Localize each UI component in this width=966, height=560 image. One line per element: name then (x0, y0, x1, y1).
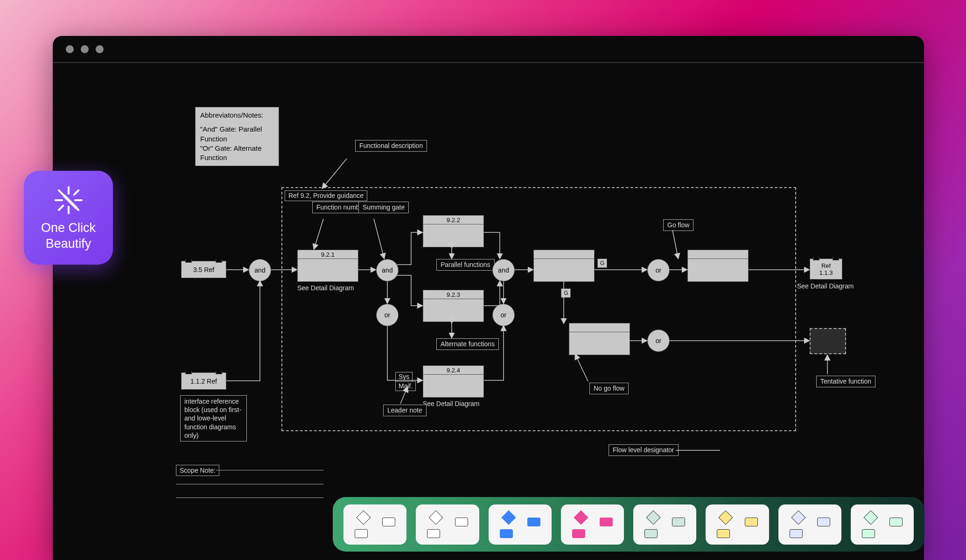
frame-title: Ref 9.2, Provide guidance (285, 190, 367, 201)
block-9-2-3[interactable]: 9.2.3 (423, 290, 484, 322)
callout-tentative-function: Tentative function (816, 376, 875, 387)
block-9-2-1[interactable]: 9.2.1 (297, 250, 358, 282)
style-option-1[interactable] (343, 504, 406, 545)
minimize-icon[interactable] (81, 45, 89, 53)
sparkle-icon (52, 184, 85, 217)
browser-window: Abbreviatons/Notes: "And" Gate: Parallel… (53, 36, 924, 560)
svg-line-24 (59, 190, 63, 195)
tentative-block[interactable] (810, 328, 846, 354)
block-plain-1[interactable] (533, 250, 595, 282)
g-badge-1: G (597, 259, 607, 268)
caption-see-detail-2: See Detail Diagram (423, 400, 479, 407)
gate-and-2[interactable]: and (376, 259, 399, 281)
note-or: "Or" Gate: Alternate Function (200, 144, 274, 163)
callout-alternate-functions: Alternate functions (436, 338, 499, 350)
one-click-beautify-button[interactable]: One Click Beautify (24, 171, 113, 265)
caption-see-detail-1: See Detail Diagram (297, 284, 354, 292)
maximize-icon[interactable] (96, 45, 104, 53)
gate-or-3[interactable]: or (647, 259, 670, 281)
style-option-2[interactable] (416, 504, 479, 545)
style-option-8[interactable] (851, 504, 914, 545)
g-badge-2: G (561, 288, 571, 298)
callout-parallel-functions: Parallel functions (436, 259, 495, 271)
callout-summing-gate: Summing gate (358, 202, 409, 213)
gate-and-1[interactable]: and (249, 259, 271, 281)
block-plain-3[interactable] (687, 250, 749, 282)
scope-note: Scope Note: (176, 465, 219, 476)
abbreviations-note: Abbreviatons/Notes: "And" Gate: Parallel… (195, 107, 279, 166)
callout-leader-note: Leader note (383, 405, 427, 416)
callout-no-go-flow: No go flow (589, 383, 629, 394)
style-option-6[interactable] (706, 504, 769, 545)
svg-line-28 (64, 196, 76, 208)
dashed-frame (281, 187, 796, 431)
note-title: Abbreviatons/Notes: (200, 111, 274, 120)
style-option-7[interactable] (778, 504, 841, 545)
callout-flow-level-designator: Flow level designator (609, 444, 679, 456)
interface-note: interface reference block (used on first… (180, 395, 247, 441)
svg-line-27 (59, 205, 63, 210)
gate-or-2[interactable]: or (492, 304, 515, 326)
block-9-2-4[interactable]: 9.2.4 (423, 365, 484, 398)
close-icon[interactable] (66, 45, 74, 53)
gate-or-4[interactable]: or (647, 329, 670, 352)
ref-1-1-3[interactable]: Ref 1.1.3 (810, 259, 842, 280)
callout-functional-description: Functional description (355, 140, 427, 152)
style-tray (333, 497, 924, 552)
ref-3-5[interactable]: 3.5 Ref (181, 261, 226, 278)
sys-label: Sys (395, 372, 413, 382)
gate-and-3[interactable]: and (492, 259, 515, 281)
note-and: "And" Gate: Parallel Function (200, 125, 274, 144)
block-plain-2[interactable] (569, 323, 630, 355)
block-9-2-2[interactable]: 9.2.2 (423, 215, 484, 247)
maif-label: Maif. (395, 381, 416, 391)
style-option-5[interactable] (633, 504, 696, 545)
ref-1-1-2[interactable]: 1.1.2 Ref (181, 372, 226, 390)
svg-line-26 (74, 190, 78, 195)
callout-go-flow: Go flow (663, 219, 693, 231)
beautify-label: One Click Beautify (41, 220, 96, 252)
browser-titlebar (53, 36, 924, 63)
style-option-4[interactable] (561, 504, 624, 545)
style-option-3[interactable] (489, 504, 552, 545)
svg-line-12 (322, 159, 347, 188)
caption-see-detail-3: See Detail Diagram (797, 282, 854, 290)
gate-or-1[interactable]: or (376, 304, 399, 326)
diagram-canvas[interactable]: Abbreviatons/Notes: "And" Gate: Parallel… (53, 63, 924, 560)
